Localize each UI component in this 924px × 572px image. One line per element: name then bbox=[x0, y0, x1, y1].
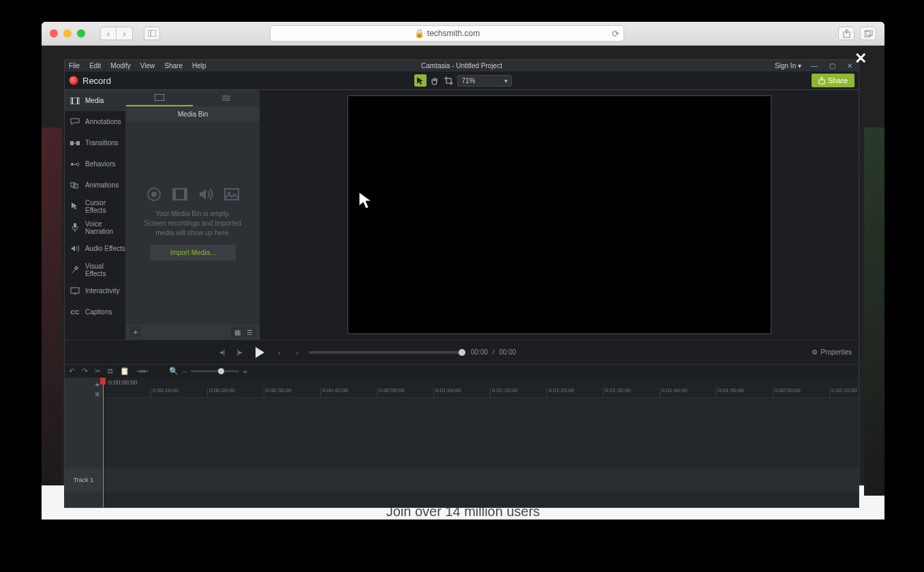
playback-scrubber[interactable] bbox=[309, 351, 465, 354]
timeline-tick: 0:00:50;00 bbox=[377, 387, 405, 397]
timeline-tick: 0:00:40;00 bbox=[320, 387, 348, 397]
list-view-button[interactable]: ☰ bbox=[243, 327, 256, 337]
step-forward-button[interactable]: › bbox=[291, 346, 303, 359]
app-maximize-button[interactable]: ▢ bbox=[827, 61, 837, 71]
maximize-window-button[interactable] bbox=[77, 29, 85, 37]
forward-button[interactable]: › bbox=[117, 27, 133, 40]
split-button[interactable]: ⇥⇤ bbox=[136, 367, 149, 376]
zoom-select[interactable]: 71% bbox=[457, 75, 512, 87]
next-frame-button[interactable]: |▸ bbox=[234, 346, 246, 359]
back-button[interactable]: ‹ bbox=[100, 27, 117, 40]
track-row[interactable] bbox=[103, 468, 859, 492]
sidebar-item-audio-effects[interactable]: Audio Effects bbox=[65, 238, 125, 259]
playback-time: 00:00 / 00:00 bbox=[471, 348, 516, 356]
timeline-ruler[interactable]: 0:00:00;00 0:00:10;000:00:20;000:00:30;0… bbox=[103, 378, 859, 398]
properties-button[interactable]: ⚙ Properties bbox=[812, 348, 852, 356]
url-bar[interactable]: 🔒 techsmith.com ⟳ bbox=[270, 25, 624, 42]
tabs-button[interactable] bbox=[860, 27, 876, 40]
panel-tab-library[interactable] bbox=[193, 90, 260, 106]
menu-file[interactable]: File bbox=[69, 62, 80, 70]
sign-in-link[interactable]: Sign In ▾ bbox=[775, 62, 801, 70]
panel-title: Media Bin bbox=[126, 106, 260, 121]
svg-rect-14 bbox=[71, 183, 75, 187]
svg-point-13 bbox=[76, 163, 79, 166]
menu-share[interactable]: Share bbox=[164, 62, 183, 70]
app-menubar: File Edit Modify View Share Help Camtasi… bbox=[65, 60, 859, 72]
menu-edit[interactable]: Edit bbox=[89, 62, 101, 70]
sidebar-item-transitions[interactable]: Transitions bbox=[65, 132, 125, 153]
grid-view-button[interactable]: ▦ bbox=[231, 327, 243, 337]
close-window-button[interactable] bbox=[50, 29, 58, 37]
sidebar-item-media[interactable]: Media bbox=[65, 90, 125, 111]
prev-frame-button[interactable]: ◂| bbox=[216, 346, 228, 359]
svg-rect-8 bbox=[77, 97, 78, 104]
transitions-icon bbox=[70, 139, 80, 147]
playhead[interactable] bbox=[103, 378, 104, 507]
sidebar-button[interactable] bbox=[144, 27, 160, 40]
cursor-pointer-icon bbox=[358, 191, 373, 210]
add-track-button[interactable]: + bbox=[95, 380, 99, 389]
panel-tab-bin[interactable] bbox=[126, 90, 193, 106]
zoom-out-button[interactable]: − bbox=[183, 367, 187, 376]
share-page-button[interactable] bbox=[838, 27, 854, 40]
pan-tool[interactable] bbox=[429, 74, 441, 87]
share-button[interactable]: Share bbox=[812, 74, 854, 87]
interactivity-icon bbox=[70, 287, 80, 295]
zoom-icon: 🔍 bbox=[169, 367, 179, 376]
paste-button[interactable]: 📋 bbox=[120, 367, 129, 376]
timeline-track-header: + ≡ Track 1 bbox=[65, 378, 103, 507]
sidebar-item-cursor-effects[interactable]: Cursor Effects bbox=[65, 196, 125, 217]
canvas-area bbox=[260, 90, 859, 340]
timeline-tick: 0:02:00;00 bbox=[773, 387, 801, 397]
close-modal-icon[interactable]: ✕ bbox=[854, 50, 867, 67]
sidebar-item-behaviors[interactable]: Behaviors bbox=[65, 153, 125, 175]
redo-button[interactable]: ↷ bbox=[82, 367, 88, 376]
crop-tool[interactable] bbox=[443, 74, 455, 87]
track-menu-button[interactable]: ≡ bbox=[95, 390, 99, 398]
preview-canvas[interactable] bbox=[348, 95, 771, 334]
add-media-button[interactable]: + bbox=[130, 327, 141, 337]
menu-help[interactable]: Help bbox=[192, 62, 206, 70]
svg-rect-17 bbox=[71, 288, 79, 293]
sidebar-item-interactivity[interactable]: Interactivity bbox=[65, 280, 125, 301]
svg-rect-22 bbox=[173, 189, 176, 200]
app-minimize-button[interactable]: — bbox=[810, 61, 819, 71]
sidebar-item-visual-effects[interactable]: Visual Effects bbox=[65, 259, 125, 280]
sidebar-item-voice-narration[interactable]: Voice Narration bbox=[65, 217, 125, 238]
behaviors-icon bbox=[70, 160, 80, 168]
copy-button[interactable]: ⧉ bbox=[108, 367, 113, 376]
menu-view[interactable]: View bbox=[140, 62, 155, 70]
import-media-button[interactable]: Import Media... bbox=[150, 245, 236, 260]
wand-icon bbox=[70, 266, 80, 274]
svg-rect-9 bbox=[70, 141, 74, 145]
undo-button[interactable]: ↶ bbox=[69, 367, 75, 376]
camtasia-app: File Edit Modify View Share Help Camtasi… bbox=[64, 59, 859, 508]
zoom-in-button[interactable]: + bbox=[243, 367, 247, 376]
app-toolbar: Record 71% Share bbox=[65, 72, 859, 90]
captions-icon: CC bbox=[70, 308, 80, 316]
play-button[interactable] bbox=[251, 344, 268, 361]
timeline-zoom-slider[interactable] bbox=[191, 370, 238, 372]
track-label[interactable]: Track 1 bbox=[65, 468, 102, 492]
svg-rect-16 bbox=[74, 223, 76, 228]
app-close-button[interactable]: ✕ bbox=[845, 61, 854, 71]
mic-icon bbox=[70, 224, 80, 232]
sidebar-item-captions[interactable]: CCCaptions bbox=[65, 301, 125, 322]
image-type-icon bbox=[224, 186, 240, 202]
step-back-button[interactable]: ‹ bbox=[273, 346, 286, 359]
menu-modify[interactable]: Modify bbox=[110, 62, 130, 70]
reload-icon[interactable]: ⟳ bbox=[612, 29, 619, 39]
app-title: Camtasia - Untitled Project bbox=[65, 62, 859, 70]
cut-button[interactable]: ✂ bbox=[95, 367, 101, 376]
share-icon bbox=[818, 77, 825, 85]
minimize-window-button[interactable] bbox=[63, 29, 72, 37]
timeline-body[interactable]: 0:00:00;00 0:00:10;000:00:20;000:00:30;0… bbox=[103, 378, 859, 507]
sidebar-item-animations[interactable]: Animations bbox=[65, 175, 125, 196]
svg-point-12 bbox=[74, 164, 76, 165]
record-button[interactable]: Record bbox=[69, 76, 111, 86]
select-tool[interactable] bbox=[414, 74, 427, 87]
svg-rect-23 bbox=[184, 189, 187, 200]
sidebar-item-annotations[interactable]: Annotations bbox=[65, 111, 125, 132]
timeline: + ≡ Track 1 0:00:00;00 0:00:10;000:00:20… bbox=[65, 378, 859, 507]
speaker-icon bbox=[70, 245, 80, 253]
